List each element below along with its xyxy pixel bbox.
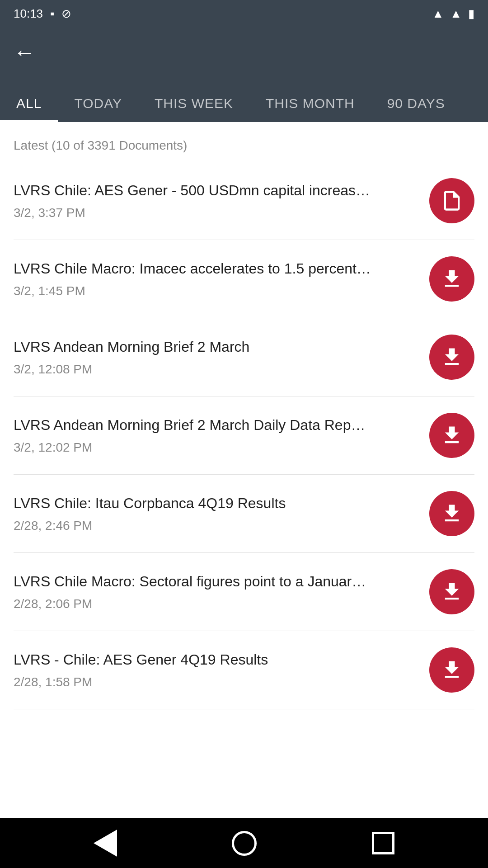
list-item: LVRS Chile Macro: Sectoral figures point…	[14, 553, 474, 631]
doc-info: LVRS Andean Morning Brief 2 March 3/2, 1…	[14, 338, 429, 377]
bottom-nav	[0, 818, 488, 868]
signal-icon: ▲	[450, 7, 462, 21]
doc-time: 2/28, 2:46 PM	[14, 519, 416, 533]
nav-back-button[interactable]	[94, 830, 117, 857]
doc-info: LVRS Chile Macro: Sectoral figures point…	[14, 572, 429, 611]
toolbar: ←	[0, 27, 488, 77]
doc-title: LVRS Andean Morning Brief 2 March	[14, 338, 416, 357]
recents-square-icon	[372, 832, 394, 854]
doc-title: LVRS Chile Macro: Sectoral figures point…	[14, 572, 416, 591]
status-bar-right: ▲ ▲ ▮	[432, 7, 474, 21]
battery-icon: ▮	[468, 7, 474, 21]
doc-title: LVRS - Chile: AES Gener 4Q19 Results	[14, 651, 416, 670]
doc-time: 3/2, 12:08 PM	[14, 362, 416, 377]
list-item: LVRS Chile: Itau Corpbanca 4Q19 Results …	[14, 475, 474, 553]
list-item: LVRS - Chile: AES Gener 4Q19 Results 2/2…	[14, 631, 474, 709]
doc-info: LVRS Chile: Itau Corpbanca 4Q19 Results …	[14, 494, 429, 533]
back-arrow-icon: ←	[14, 40, 35, 65]
doc-action-button[interactable]	[429, 178, 474, 223]
doc-action-button[interactable]	[429, 256, 474, 302]
tab-all[interactable]: ALL	[0, 96, 58, 122]
home-circle-icon	[232, 831, 257, 856]
doc-action-button[interactable]	[429, 413, 474, 458]
back-triangle-icon	[94, 830, 117, 857]
nav-recents-button[interactable]	[372, 832, 394, 854]
doc-time: 3/2, 12:02 PM	[14, 440, 416, 455]
tab-this-month[interactable]: THIS MONTH	[249, 96, 371, 122]
doc-title: LVRS Chile: AES Gener - 500 USDmn capita…	[14, 181, 416, 200]
doc-info: LVRS Chile Macro: Imacec accelerates to …	[14, 259, 429, 298]
time-display: 10:13	[14, 7, 43, 21]
doc-time: 2/28, 2:06 PM	[14, 597, 416, 611]
wifi-icon: ▲	[432, 7, 444, 21]
sim-icon: ▪	[50, 7, 54, 21]
list-item: LVRS Andean Morning Brief 2 March Daily …	[14, 396, 474, 475]
status-bar: 10:13 ▪ ⊘ ▲ ▲ ▮	[0, 0, 488, 27]
doc-info: LVRS Andean Morning Brief 2 March Daily …	[14, 416, 429, 455]
document-list: LVRS Chile: AES Gener - 500 USDmn capita…	[14, 162, 474, 709]
tab-90-days[interactable]: 90 DAYS	[371, 96, 461, 122]
list-item: LVRS Andean Morning Brief 2 March 3/2, 1…	[14, 318, 474, 396]
back-button[interactable]: ←	[14, 40, 35, 65]
doc-info: LVRS Chile: AES Gener - 500 USDmn capita…	[14, 181, 429, 220]
doc-time: 2/28, 1:58 PM	[14, 675, 416, 689]
doc-info: LVRS - Chile: AES Gener 4Q19 Results 2/2…	[14, 651, 429, 689]
nav-home-button[interactable]	[232, 831, 257, 856]
doc-title: LVRS Chile Macro: Imacec accelerates to …	[14, 259, 416, 278]
doc-action-button[interactable]	[429, 491, 474, 536]
tab-this-week[interactable]: THIS WEEK	[138, 96, 249, 122]
section-header: Latest (10 of 3391 Documents)	[14, 122, 474, 162]
list-item: LVRS Chile Macro: Imacec accelerates to …	[14, 240, 474, 318]
status-bar-left: 10:13 ▪ ⊘	[14, 7, 71, 21]
list-item: LVRS Chile: AES Gener - 500 USDmn capita…	[14, 162, 474, 240]
tab-today[interactable]: TODAY	[58, 96, 138, 122]
doc-action-button[interactable]	[429, 569, 474, 614]
doc-action-button[interactable]	[429, 335, 474, 380]
doc-title: LVRS Chile: Itau Corpbanca 4Q19 Results	[14, 494, 416, 513]
dnd-icon: ⊘	[61, 7, 71, 21]
doc-time: 3/2, 3:37 PM	[14, 206, 416, 220]
doc-title: LVRS Andean Morning Brief 2 March Daily …	[14, 416, 416, 435]
doc-time: 3/2, 1:45 PM	[14, 284, 416, 298]
tab-bar: ALL TODAY THIS WEEK THIS MONTH 90 DAYS	[0, 77, 488, 122]
main-content: Latest (10 of 3391 Documents) LVRS Chile…	[0, 122, 488, 818]
doc-action-button[interactable]	[429, 647, 474, 693]
